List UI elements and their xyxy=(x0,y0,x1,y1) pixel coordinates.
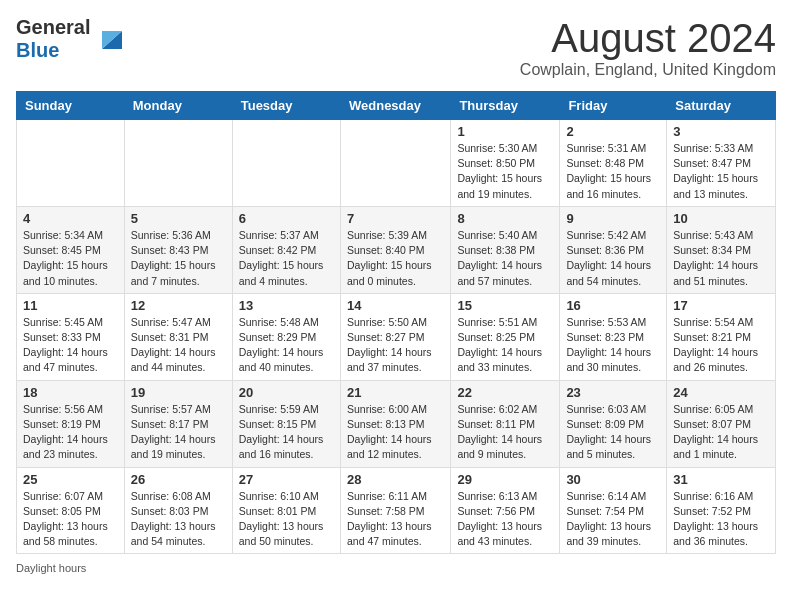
calendar-cell: 28Sunrise: 6:11 AMSunset: 7:58 PMDayligh… xyxy=(340,467,450,554)
daylight-label: Daylight hours xyxy=(16,562,86,574)
calendar-week-row: 18Sunrise: 5:56 AMSunset: 8:19 PMDayligh… xyxy=(17,380,776,467)
calendar-cell: 2Sunrise: 5:31 AMSunset: 8:48 PMDaylight… xyxy=(560,120,667,207)
day-number: 25 xyxy=(23,472,118,487)
footer: Daylight hours xyxy=(16,562,776,574)
calendar-cell: 16Sunrise: 5:53 AMSunset: 8:23 PMDayligh… xyxy=(560,293,667,380)
day-info: Sunrise: 6:13 AMSunset: 7:56 PMDaylight:… xyxy=(457,489,553,550)
day-number: 5 xyxy=(131,211,226,226)
day-info: Sunrise: 5:54 AMSunset: 8:21 PMDaylight:… xyxy=(673,315,769,376)
day-info: Sunrise: 6:10 AMSunset: 8:01 PMDaylight:… xyxy=(239,489,334,550)
day-info: Sunrise: 5:36 AMSunset: 8:43 PMDaylight:… xyxy=(131,228,226,289)
calendar-cell: 15Sunrise: 5:51 AMSunset: 8:25 PMDayligh… xyxy=(451,293,560,380)
calendar-day-header: Tuesday xyxy=(232,92,340,120)
calendar-cell: 22Sunrise: 6:02 AMSunset: 8:11 PMDayligh… xyxy=(451,380,560,467)
calendar-cell: 10Sunrise: 5:43 AMSunset: 8:34 PMDayligh… xyxy=(667,206,776,293)
day-number: 21 xyxy=(347,385,444,400)
calendar-cell: 12Sunrise: 5:47 AMSunset: 8:31 PMDayligh… xyxy=(124,293,232,380)
day-info: Sunrise: 6:14 AMSunset: 7:54 PMDaylight:… xyxy=(566,489,660,550)
calendar-header-row: SundayMondayTuesdayWednesdayThursdayFrid… xyxy=(17,92,776,120)
day-number: 26 xyxy=(131,472,226,487)
day-number: 31 xyxy=(673,472,769,487)
day-info: Sunrise: 5:48 AMSunset: 8:29 PMDaylight:… xyxy=(239,315,334,376)
calendar-cell: 6Sunrise: 5:37 AMSunset: 8:42 PMDaylight… xyxy=(232,206,340,293)
day-number: 20 xyxy=(239,385,334,400)
day-number: 3 xyxy=(673,124,769,139)
day-number: 8 xyxy=(457,211,553,226)
calendar-cell: 31Sunrise: 6:16 AMSunset: 7:52 PMDayligh… xyxy=(667,467,776,554)
calendar-cell: 1Sunrise: 5:30 AMSunset: 8:50 PMDaylight… xyxy=(451,120,560,207)
calendar-cell xyxy=(232,120,340,207)
calendar-cell: 13Sunrise: 5:48 AMSunset: 8:29 PMDayligh… xyxy=(232,293,340,380)
day-info: Sunrise: 5:59 AMSunset: 8:15 PMDaylight:… xyxy=(239,402,334,463)
day-info: Sunrise: 5:42 AMSunset: 8:36 PMDaylight:… xyxy=(566,228,660,289)
calendar-cell: 21Sunrise: 6:00 AMSunset: 8:13 PMDayligh… xyxy=(340,380,450,467)
calendar-day-header: Saturday xyxy=(667,92,776,120)
day-info: Sunrise: 5:39 AMSunset: 8:40 PMDaylight:… xyxy=(347,228,444,289)
day-info: Sunrise: 5:34 AMSunset: 8:45 PMDaylight:… xyxy=(23,228,118,289)
calendar-cell: 5Sunrise: 5:36 AMSunset: 8:43 PMDaylight… xyxy=(124,206,232,293)
day-number: 15 xyxy=(457,298,553,313)
logo-text: General Blue xyxy=(16,16,130,62)
logo: General Blue xyxy=(16,16,130,62)
calendar-day-header: Monday xyxy=(124,92,232,120)
day-number: 1 xyxy=(457,124,553,139)
logo-general: General xyxy=(16,16,90,38)
calendar-cell: 4Sunrise: 5:34 AMSunset: 8:45 PMDaylight… xyxy=(17,206,125,293)
calendar-cell: 8Sunrise: 5:40 AMSunset: 8:38 PMDaylight… xyxy=(451,206,560,293)
day-info: Sunrise: 5:30 AMSunset: 8:50 PMDaylight:… xyxy=(457,141,553,202)
page: General Blue August 2024 Cowplain, Engla… xyxy=(0,0,792,590)
day-number: 17 xyxy=(673,298,769,313)
day-info: Sunrise: 6:05 AMSunset: 8:07 PMDaylight:… xyxy=(673,402,769,463)
day-info: Sunrise: 5:33 AMSunset: 8:47 PMDaylight:… xyxy=(673,141,769,202)
calendar-cell: 3Sunrise: 5:33 AMSunset: 8:47 PMDaylight… xyxy=(667,120,776,207)
day-info: Sunrise: 6:08 AMSunset: 8:03 PMDaylight:… xyxy=(131,489,226,550)
month-year: August 2024 xyxy=(520,16,776,61)
calendar-day-header: Sunday xyxy=(17,92,125,120)
day-info: Sunrise: 5:51 AMSunset: 8:25 PMDaylight:… xyxy=(457,315,553,376)
day-info: Sunrise: 5:50 AMSunset: 8:27 PMDaylight:… xyxy=(347,315,444,376)
day-info: Sunrise: 6:11 AMSunset: 7:58 PMDaylight:… xyxy=(347,489,444,550)
day-number: 10 xyxy=(673,211,769,226)
calendar-week-row: 25Sunrise: 6:07 AMSunset: 8:05 PMDayligh… xyxy=(17,467,776,554)
day-number: 11 xyxy=(23,298,118,313)
calendar-cell: 9Sunrise: 5:42 AMSunset: 8:36 PMDaylight… xyxy=(560,206,667,293)
day-number: 18 xyxy=(23,385,118,400)
day-info: Sunrise: 5:31 AMSunset: 8:48 PMDaylight:… xyxy=(566,141,660,202)
calendar-day-header: Wednesday xyxy=(340,92,450,120)
day-info: Sunrise: 6:16 AMSunset: 7:52 PMDaylight:… xyxy=(673,489,769,550)
day-number: 23 xyxy=(566,385,660,400)
day-info: Sunrise: 5:53 AMSunset: 8:23 PMDaylight:… xyxy=(566,315,660,376)
day-info: Sunrise: 5:45 AMSunset: 8:33 PMDaylight:… xyxy=(23,315,118,376)
day-number: 4 xyxy=(23,211,118,226)
calendar-cell: 26Sunrise: 6:08 AMSunset: 8:03 PMDayligh… xyxy=(124,467,232,554)
day-info: Sunrise: 5:40 AMSunset: 8:38 PMDaylight:… xyxy=(457,228,553,289)
calendar-cell: 30Sunrise: 6:14 AMSunset: 7:54 PMDayligh… xyxy=(560,467,667,554)
calendar-day-header: Friday xyxy=(560,92,667,120)
day-info: Sunrise: 6:03 AMSunset: 8:09 PMDaylight:… xyxy=(566,402,660,463)
calendar-day-header: Thursday xyxy=(451,92,560,120)
day-number: 28 xyxy=(347,472,444,487)
day-number: 22 xyxy=(457,385,553,400)
calendar-cell: 29Sunrise: 6:13 AMSunset: 7:56 PMDayligh… xyxy=(451,467,560,554)
day-number: 2 xyxy=(566,124,660,139)
day-info: Sunrise: 6:00 AMSunset: 8:13 PMDaylight:… xyxy=(347,402,444,463)
calendar-cell: 20Sunrise: 5:59 AMSunset: 8:15 PMDayligh… xyxy=(232,380,340,467)
calendar-cell xyxy=(17,120,125,207)
day-number: 19 xyxy=(131,385,226,400)
calendar-week-row: 11Sunrise: 5:45 AMSunset: 8:33 PMDayligh… xyxy=(17,293,776,380)
header: General Blue August 2024 Cowplain, Engla… xyxy=(16,16,776,79)
day-number: 16 xyxy=(566,298,660,313)
calendar-cell: 27Sunrise: 6:10 AMSunset: 8:01 PMDayligh… xyxy=(232,467,340,554)
day-number: 6 xyxy=(239,211,334,226)
calendar-table: SundayMondayTuesdayWednesdayThursdayFrid… xyxy=(16,91,776,554)
calendar-cell: 7Sunrise: 5:39 AMSunset: 8:40 PMDaylight… xyxy=(340,206,450,293)
calendar-week-row: 4Sunrise: 5:34 AMSunset: 8:45 PMDaylight… xyxy=(17,206,776,293)
calendar-cell: 17Sunrise: 5:54 AMSunset: 8:21 PMDayligh… xyxy=(667,293,776,380)
calendar-cell: 11Sunrise: 5:45 AMSunset: 8:33 PMDayligh… xyxy=(17,293,125,380)
calendar-cell: 24Sunrise: 6:05 AMSunset: 8:07 PMDayligh… xyxy=(667,380,776,467)
day-number: 14 xyxy=(347,298,444,313)
title-area: August 2024 Cowplain, England, United Ki… xyxy=(520,16,776,79)
day-number: 27 xyxy=(239,472,334,487)
calendar-cell: 14Sunrise: 5:50 AMSunset: 8:27 PMDayligh… xyxy=(340,293,450,380)
calendar-cell: 19Sunrise: 5:57 AMSunset: 8:17 PMDayligh… xyxy=(124,380,232,467)
